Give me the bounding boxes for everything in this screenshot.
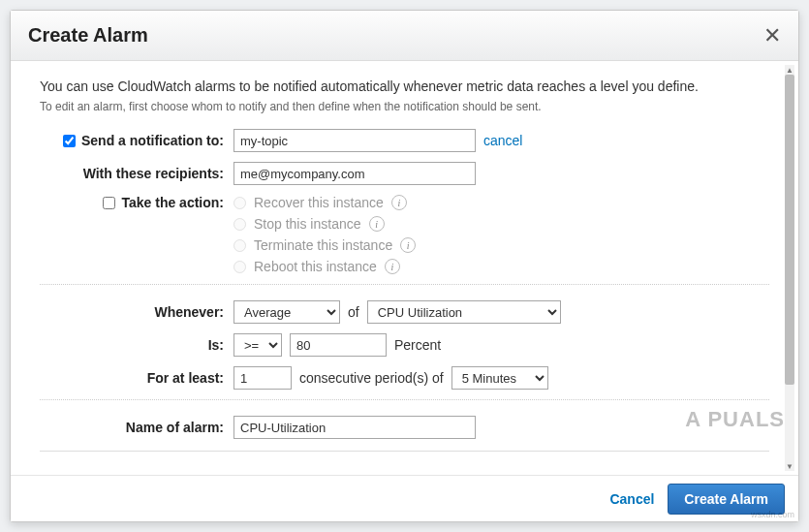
action-recover-radio[interactable] [233, 197, 246, 209]
row-whenever: Whenever: Average of CPU Utilization [40, 300, 769, 324]
row-is: Is: >= Percent [40, 333, 769, 357]
threshold-input[interactable] [290, 333, 387, 357]
action-stop-label: Stop this instance [254, 216, 361, 232]
row-send-notification: Send a notification to: cancel [40, 129, 769, 152]
operator-select[interactable]: >= [233, 333, 282, 357]
create-alarm-dialog: Create Alarm ✕ You can use CloudWatch al… [10, 10, 799, 522]
dialog-title: Create Alarm [28, 24, 148, 47]
action-terminate: Terminate this instance i [233, 237, 416, 253]
dialog-body: You can use CloudWatch alarms to be noti… [11, 61, 798, 475]
cancel-button[interactable]: Cancel [609, 491, 654, 507]
of-text: of [348, 304, 359, 320]
info-icon[interactable]: i [391, 195, 407, 210]
row-alarm-name: Name of alarm: [40, 416, 769, 439]
alarm-name-label: Name of alarm: [126, 420, 224, 435]
scrollbar-thumb[interactable] [785, 75, 794, 385]
for-label: For at least: [147, 370, 224, 386]
action-stop-radio[interactable] [233, 218, 246, 231]
action-recover-label: Recover this instance [254, 195, 384, 210]
action-stop: Stop this instance i [233, 216, 385, 232]
row-take-action: Take the action: Recover this instance i… [40, 195, 769, 274]
period-select[interactable]: 5 Minutes [451, 366, 548, 390]
action-reboot-label: Reboot this instance [254, 259, 377, 274]
action-reboot-radio[interactable] [233, 261, 246, 273]
sub-intro-text: To edit an alarm, first choose whom to n… [40, 100, 769, 113]
metric-select[interactable]: CPU Utilization [367, 300, 561, 324]
create-alarm-button[interactable]: Create Alarm [668, 484, 785, 515]
action-terminate-label: Terminate this instance [254, 237, 392, 253]
periods-input[interactable] [233, 366, 292, 390]
info-icon[interactable]: i [385, 259, 400, 274]
action-recover: Recover this instance i [233, 195, 407, 210]
statistic-select[interactable]: Average [233, 300, 340, 324]
percent-text: Percent [394, 337, 441, 353]
consecutive-text: consecutive period(s) of [299, 370, 444, 386]
whenever-label: Whenever: [154, 304, 224, 320]
take-action-label: Take the action: [121, 195, 224, 210]
scroll-down-icon[interactable]: ▼ [785, 461, 794, 471]
divider [40, 451, 769, 452]
is-label: Is: [208, 337, 224, 353]
notification-topic-input[interactable] [233, 129, 476, 152]
close-icon[interactable]: ✕ [763, 23, 781, 48]
row-for-at-least: For at least: consecutive period(s) of 5… [40, 366, 769, 390]
send-notification-checkbox[interactable] [63, 135, 76, 147]
recipients-label: With these recipients: [83, 166, 224, 181]
action-terminate-radio[interactable] [233, 239, 246, 252]
info-icon[interactable]: i [400, 237, 416, 253]
info-icon[interactable]: i [369, 216, 385, 232]
send-notification-label: Send a notification to: [81, 133, 224, 148]
dialog-header: Create Alarm ✕ [11, 11, 798, 61]
divider [40, 284, 769, 285]
notification-cancel-link[interactable]: cancel [483, 133, 522, 148]
take-action-checkbox[interactable] [103, 197, 115, 209]
action-reboot: Reboot this instance i [233, 259, 400, 274]
scrollbar[interactable]: ▲ ▼ [785, 65, 794, 471]
recipients-input[interactable] [233, 162, 476, 185]
alarm-name-input[interactable] [233, 416, 476, 439]
scroll-up-icon[interactable]: ▲ [785, 65, 794, 75]
intro-text: You can use CloudWatch alarms to be noti… [40, 78, 769, 94]
row-recipients: With these recipients: [40, 162, 769, 185]
dialog-footer: Cancel Create Alarm [11, 475, 798, 521]
divider [40, 399, 769, 400]
dialog-scroll-area: You can use CloudWatch alarms to be noti… [11, 61, 798, 475]
